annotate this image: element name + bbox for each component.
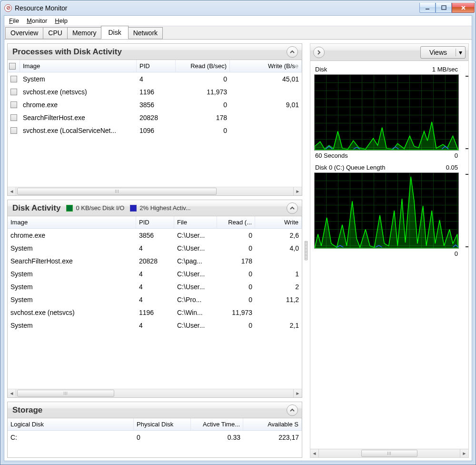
disk-activity-column-header[interactable]: Image PID File Read (... Write (8, 216, 302, 229)
tab-cpu[interactable]: CPU (43, 27, 68, 39)
cell-pid: 4 (136, 322, 174, 329)
menu-file[interactable]: File (5, 16, 23, 25)
cell-pid: 4 (136, 270, 174, 278)
cell-file: C:\User... (174, 283, 217, 291)
cell-image: System (8, 296, 136, 303)
table-row[interactable]: SearchFilterHost.exe20828178 (8, 111, 302, 124)
col-pid[interactable]: PID (137, 60, 176, 72)
storage-column-header[interactable]: Logical Disk Physical Disk Active Time..… (8, 418, 302, 431)
scroll-right-icon[interactable]: ► (460, 449, 468, 457)
bracket-icon (466, 76, 468, 149)
collapse-button[interactable] (287, 202, 298, 214)
col-available[interactable]: Available S (243, 418, 302, 430)
col-write[interactable]: Write (B/se (230, 60, 302, 72)
tab-memory[interactable]: Memory (67, 27, 102, 39)
table-row[interactable]: chrome.exe3856C:\User...02,6 (8, 229, 302, 242)
panel-storage: Storage Logical Disk Physical Disk Activ… (7, 402, 302, 458)
table-row[interactable]: svchost.exe (netsvcs)1196C:\Win...11,973 (8, 306, 302, 319)
collapse-button[interactable] (287, 46, 298, 58)
cell-pid: 3856 (136, 232, 174, 239)
menu-help[interactable]: Help (51, 16, 71, 25)
cell-image: System (8, 270, 136, 278)
cell-read: 0 (217, 322, 255, 329)
scroll-right-icon[interactable]: ► (293, 389, 302, 397)
panel-storage-header[interactable]: Storage (8, 402, 302, 418)
table-row[interactable]: System4045,01 (8, 72, 302, 85)
panel-disk-activity-header[interactable]: Disk Activity 0 KB/sec Disk I/O 2% Highe… (8, 200, 302, 216)
legend-green-icon (66, 205, 73, 212)
processes-column-header[interactable]: Image PID Read (B/sec) Write (B/se (8, 60, 302, 72)
splitter-vertical[interactable] (302, 43, 310, 458)
tab-network[interactable]: Network (128, 27, 163, 39)
table-row[interactable]: chrome.exe385609,01 (8, 98, 302, 111)
checkbox[interactable] (10, 127, 17, 134)
scroll-track[interactable] (16, 389, 293, 397)
chart-disk-graph (314, 74, 459, 151)
tab-disk[interactable]: Disk (101, 26, 128, 39)
scroll-thumb[interactable] (17, 390, 114, 397)
io-label: 0 KB/sec Disk I/O (76, 204, 124, 212)
minimize-button[interactable] (419, 3, 436, 13)
maximize-button[interactable] (436, 3, 452, 13)
titlebar[interactable]: ⊘ Resource Monitor (0, 0, 476, 15)
scrollbar-horizontal[interactable]: ◄ ► (8, 187, 302, 195)
menubar: File Monitor Help (4, 16, 472, 26)
col-pid[interactable]: PID (136, 216, 174, 228)
checkbox-all[interactable] (9, 63, 16, 70)
checkbox[interactable] (10, 114, 17, 121)
cell-image: svchost.exe (netsvcs) (20, 88, 137, 96)
scroll-thumb[interactable] (17, 188, 217, 195)
scroll-thumb[interactable] (361, 450, 417, 457)
checkbox[interactable] (10, 89, 17, 95)
scroll-track[interactable] (319, 449, 460, 457)
collapse-button[interactable] (287, 404, 298, 416)
col-physical-disk[interactable]: Physical Disk (134, 418, 191, 430)
table-row[interactable]: System4C:\User...01 (8, 267, 302, 280)
dropdown-icon[interactable]: ▾ (456, 49, 465, 56)
expand-button[interactable] (313, 47, 325, 58)
col-read[interactable]: Read (B/sec) (176, 60, 230, 72)
tab-overview[interactable]: Overview (5, 27, 43, 39)
menu-monitor[interactable]: Monitor (23, 16, 51, 25)
cell-image: System (8, 283, 136, 291)
table-row[interactable]: System4C:\Pro...011,2 (8, 293, 302, 306)
table-row[interactable]: svchost.exe (LocalServiceNet...10960 (8, 124, 302, 137)
col-logical-disk[interactable]: Logical Disk (8, 418, 134, 430)
cell-write: 9,01 (230, 101, 302, 109)
checkbox[interactable] (10, 101, 17, 108)
scroll-left-icon[interactable]: ◄ (8, 389, 16, 397)
cell-file: C:\User... (174, 270, 217, 278)
table-row[interactable]: System4C:\User...04,0 (8, 242, 302, 254)
col-image[interactable]: Image (8, 216, 136, 228)
scroll-right-icon[interactable]: ► (293, 187, 302, 195)
cell-read: 0 (217, 244, 255, 252)
panel-processes-title: Processes with Disk Activity (12, 47, 122, 57)
panel-processes-header[interactable]: Processes with Disk Activity (8, 44, 302, 60)
table-row[interactable]: C:00.33223,17 (8, 431, 302, 444)
col-active-time[interactable]: Active Time... (191, 418, 243, 430)
cell-read: 0 (176, 127, 230, 134)
table-row[interactable]: System4C:\User...02 (8, 280, 302, 293)
table-row[interactable]: System4C:\User...02,1 (8, 319, 302, 332)
cell-active-time: 0.33 (191, 434, 243, 441)
table-row[interactable]: svchost.exe (netsvcs)119611,973 (8, 85, 302, 98)
cell-file: C:\User... (174, 244, 217, 252)
col-write[interactable]: Write (255, 216, 302, 228)
scroll-left-icon[interactable]: ◄ (8, 187, 16, 195)
close-button[interactable] (452, 3, 475, 13)
cell-file: C:\pag... (174, 257, 217, 265)
scrollbar-horizontal[interactable]: ◄ ► (8, 389, 302, 397)
scroll-track[interactable] (16, 187, 293, 195)
col-file[interactable]: File (174, 216, 217, 228)
col-read[interactable]: Read (... (217, 216, 255, 228)
cell-pid: 1096 (137, 127, 176, 134)
scrollbar-horizontal[interactable]: ◄ ► (310, 449, 468, 457)
checkbox[interactable] (10, 76, 17, 82)
col-image[interactable]: Image (20, 60, 137, 72)
table-row[interactable]: SearchFilterHost.exe20828C:\pag...178 (8, 254, 302, 267)
cell-write: 4,0 (255, 244, 302, 252)
chart-disk-xend: 0 (455, 152, 458, 159)
scroll-left-icon[interactable]: ◄ (310, 449, 319, 457)
app-icon: ⊘ (4, 4, 12, 12)
views-button[interactable]: Views ▾ (420, 46, 466, 59)
